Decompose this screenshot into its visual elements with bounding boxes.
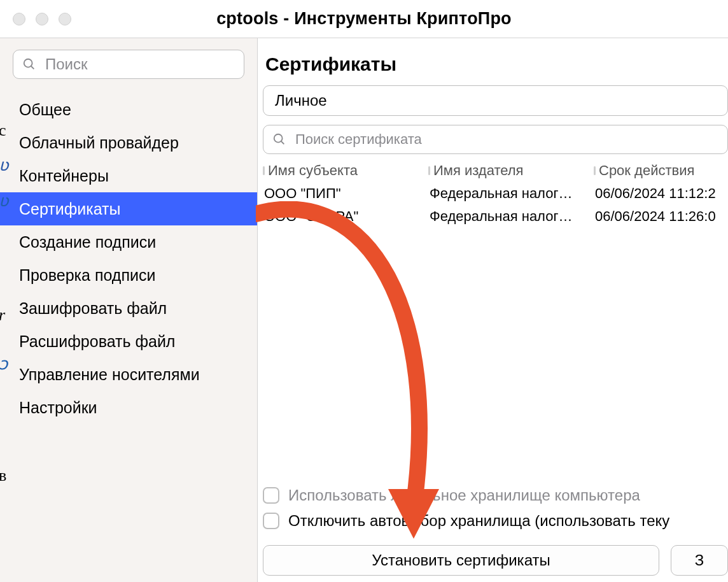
- search-icon: [22, 57, 36, 71]
- sidebar-item-decrypt-file[interactable]: Расшифровать файл: [0, 325, 257, 358]
- certificates-table: Имя субъекта Имя издателя Срок действия …: [263, 159, 728, 228]
- secondary-button[interactable]: З: [671, 545, 728, 576]
- svg-line-1: [31, 66, 34, 69]
- window-minimize-button[interactable]: [36, 13, 48, 25]
- checkbox-icon[interactable]: [263, 513, 279, 529]
- store-select-value: Личное: [275, 92, 327, 110]
- cell-subject: ООО "ПИП": [263, 185, 428, 202]
- window-close-button[interactable]: [13, 13, 25, 25]
- sidebar-item-certificates[interactable]: Сертификаты: [0, 192, 257, 225]
- svg-point-2: [274, 134, 283, 143]
- page-title: Сертификаты: [258, 53, 728, 85]
- sidebar-item-label: Зашифровать файл: [19, 299, 167, 318]
- cell-issuer: Федеральная налог…: [428, 185, 594, 202]
- sidebar-search-input[interactable]: [44, 55, 235, 74]
- store-select[interactable]: Личное: [263, 85, 728, 116]
- install-certificates-button[interactable]: Установить сертификаты: [263, 545, 659, 576]
- sidebar-item-verify-signature[interactable]: Проверка подписи: [0, 259, 257, 292]
- sidebar-item-label: Общее: [19, 101, 71, 119]
- svg-line-3: [281, 141, 284, 145]
- sidebar-item-label: Настройки: [19, 399, 97, 417]
- sidebar-search[interactable]: [13, 50, 244, 79]
- cell-expires: 06/06/2024 11:12:2: [594, 185, 728, 202]
- sidebar-item-label: Создание подписи: [19, 233, 156, 252]
- sidebar-item-label: Контейнеры: [19, 167, 109, 185]
- option-label: Использовать локальное хранилище компьют…: [288, 486, 640, 504]
- certificate-search[interactable]: [263, 125, 728, 154]
- table-header: Имя субъекта Имя издателя Срок действия: [263, 159, 728, 182]
- cell-expires: 06/06/2024 11:26:0: [594, 208, 728, 225]
- sidebar-item-encrypt-file[interactable]: Зашифровать файл: [0, 292, 257, 325]
- column-subject[interactable]: Имя субъекта: [263, 162, 428, 179]
- option-label: Отключить автовыбор хранилища (использов…: [288, 512, 669, 530]
- column-issuer[interactable]: Имя издателя: [428, 162, 594, 179]
- checkbox-icon[interactable]: [263, 487, 279, 504]
- bottom-controls: Использовать локальное хранилище компьют…: [263, 483, 728, 576]
- svg-point-0: [24, 59, 32, 67]
- sidebar-item-cloud-provider[interactable]: Облачный провайдер: [0, 126, 257, 159]
- sidebar-item-label: Расшифровать файл: [19, 332, 175, 351]
- window-titlebar: cptools - Инструменты КриптоПро: [0, 0, 728, 38]
- option-disable-autoselect[interactable]: Отключить автовыбор хранилища (использов…: [263, 508, 728, 534]
- sidebar-item-create-signature[interactable]: Создание подписи: [0, 225, 257, 259]
- button-label: З: [695, 551, 704, 569]
- window-zoom-button[interactable]: [59, 13, 71, 25]
- sidebar: Общее Облачный провайдер Контейнеры Серт…: [0, 38, 258, 582]
- sidebar-item-manage-tokens[interactable]: Управление носителями: [0, 358, 257, 391]
- cell-issuer: Федеральная налог…: [428, 208, 594, 225]
- main-content: Сертификаты Личное Имя субъекта Имя изда…: [258, 38, 728, 582]
- sidebar-item-settings[interactable]: Настройки: [0, 391, 257, 424]
- sidebar-nav: Общее Облачный провайдер Контейнеры Серт…: [0, 87, 257, 424]
- sidebar-item-label: Сертификаты: [19, 200, 121, 218]
- table-row[interactable]: ООО "ПИП" Федеральная налог… 06/06/2024 …: [263, 182, 728, 205]
- sidebar-item-label: Облачный провайдер: [19, 134, 179, 152]
- sidebar-item-label: Управление носителями: [19, 366, 200, 384]
- option-use-local-store[interactable]: Использовать локальное хранилище компьют…: [263, 483, 728, 508]
- column-expires[interactable]: Срок действия: [594, 162, 728, 179]
- window-controls: [13, 0, 71, 38]
- certificate-search-input[interactable]: [294, 131, 718, 148]
- sidebar-item-containers[interactable]: Контейнеры: [0, 159, 257, 192]
- search-icon: [272, 132, 286, 146]
- sidebar-item-general[interactable]: Общее: [0, 93, 257, 126]
- cell-subject: ООО "СФЕРА": [263, 208, 428, 225]
- table-row[interactable]: ООО "СФЕРА" Федеральная налог… 06/06/202…: [263, 205, 728, 228]
- window-title: cptools - Инструменты КриптоПро: [0, 9, 728, 29]
- sidebar-item-label: Проверка подписи: [19, 266, 155, 285]
- button-label: Установить сертификаты: [372, 551, 550, 569]
